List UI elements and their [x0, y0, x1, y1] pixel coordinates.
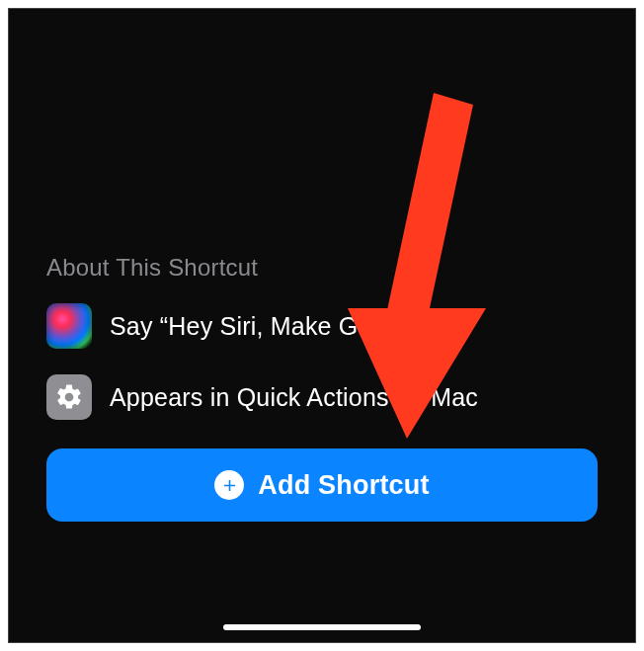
siri-hint-text: Say “Hey Siri, Make GIF” to run [110, 312, 460, 341]
home-indicator[interactable] [223, 624, 421, 630]
screen-frame: About This Shortcut Say “Hey Siri, Make … [8, 8, 636, 643]
quick-actions-text: Appears in Quick Actions on Mac [110, 383, 478, 412]
section-title: About This Shortcut [46, 254, 598, 282]
add-shortcut-label: Add Shortcut [258, 470, 429, 501]
gear-icon [46, 374, 92, 420]
list-item: Say “Hey Siri, Make GIF” to run [46, 303, 598, 349]
list-item: Appears in Quick Actions on Mac [46, 374, 598, 420]
add-shortcut-button[interactable]: Add Shortcut [46, 448, 598, 522]
siri-icon [46, 303, 92, 349]
about-section: About This Shortcut Say “Hey Siri, Make … [46, 254, 598, 446]
plus-icon [214, 470, 244, 500]
